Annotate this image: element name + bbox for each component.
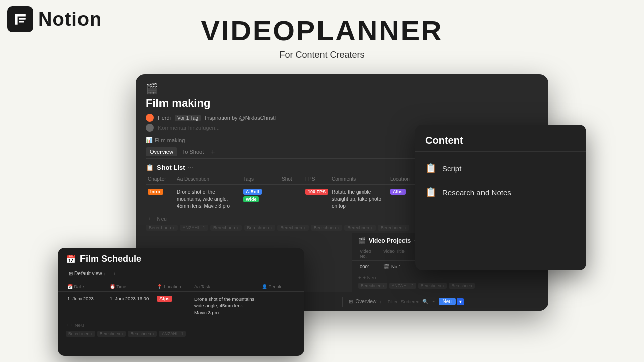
content-item-script[interactable]: 📋 Script [415, 157, 586, 180]
vp-title: Video Projects [369, 237, 411, 244]
schedule-calc-3[interactable]: Berechnen ↓ [128, 331, 157, 337]
username: Ferdi [158, 115, 171, 121]
time-tag: Vor 1 Tag [175, 115, 201, 121]
tab-add-btn[interactable]: + [211, 148, 215, 156]
right-neu-arrow[interactable]: ▼ [457, 298, 464, 305]
svg-rect-1 [19, 18, 26, 20]
calc-berechnen-4[interactable]: Berechnen ↓ [277, 225, 309, 231]
cell-chapter: Intro [146, 188, 174, 195]
schedule-cell-task: Drone shot of the mountains, wide angle,… [193, 295, 258, 317]
vp-title-emoji: 🎬 [383, 264, 389, 269]
badge-aroll: A-Roll [243, 189, 262, 195]
shot-list-ellipsis[interactable]: ··· [188, 164, 193, 171]
notion-icon [7, 6, 33, 32]
vp-calc-1[interactable]: Berechnen ↓ [358, 283, 387, 289]
user-avatar [146, 114, 154, 122]
tab-overview[interactable]: Overview [146, 147, 177, 156]
vp-new-row[interactable]: + + Neu [352, 273, 548, 282]
calc-berechnen-2[interactable]: Berechnen ↓ [210, 225, 242, 231]
dbb-right: ⊞ Overview ↓ Filter Sortieren 🔍 ··· Neu … [343, 298, 549, 305]
content-item-research[interactable]: 📋 Research and Notes [415, 180, 586, 204]
film-icon: 🎬 [146, 82, 538, 95]
tab-to-shoot[interactable]: To Shoot [178, 147, 208, 156]
research-emoji: 📋 [425, 187, 436, 198]
badge-albs: Albs [390, 189, 406, 195]
vp-col-no: Video No. [358, 248, 381, 259]
notion-logo: Notion [7, 6, 102, 32]
schedule-emoji: 📅 [66, 254, 76, 264]
calc-anzahl: ANZAHL: 1 [180, 225, 209, 231]
cell-shot [280, 188, 302, 190]
vp-title-text: No.1 [391, 264, 401, 269]
calc-berechnen-1[interactable]: Berechnen ↓ [146, 225, 178, 231]
col-comments: Comments [330, 175, 387, 183]
cell-location: Albs [388, 188, 414, 195]
schedule-calc-anzahl: ANZAHL: 1 [159, 331, 186, 337]
schedule-header: 📅 Film Schedule [58, 248, 304, 267]
vp-cell-no: 0001 [358, 263, 381, 270]
schedule-cell-time: 1. Juni 2023 16:00 [108, 295, 153, 302]
calc-berechnen-3[interactable]: Berechnen ↓ [244, 225, 276, 231]
col-chapter: Chapter [146, 175, 174, 183]
schedule-tab-default[interactable]: ⊞ Default view ↓ [66, 269, 109, 277]
content-header: Content [415, 125, 586, 152]
schedule-cell-location: Alps [155, 295, 191, 302]
schedule-title: Film Schedule [80, 254, 141, 264]
cell-tags: A-Roll Wide [241, 188, 279, 203]
comment-avatar [146, 124, 154, 132]
main-title: VIDEOPLANNER [201, 14, 443, 47]
schedule-panel: 📅 Film Schedule ⊞ Default view ↓ + 📅 Dat… [58, 248, 304, 356]
overview-arrow: ↓ [379, 299, 382, 304]
sth-location: 📍 Location [155, 283, 191, 290]
right-neu-btn[interactable]: Neu ▼ [439, 298, 464, 305]
right-content-panel: Content 📋 Script 📋 Research and Notes [415, 125, 586, 270]
schedule-data-row: 1. Juni 2023 1. Juni 2023 16:00 Alps Dro… [58, 292, 304, 320]
vp-icon: 🎬 [358, 237, 366, 244]
right-sort[interactable]: Sortieren [401, 299, 420, 304]
vp-calc-row: Berechnen ↓ ANZAHL: 2 Berechnen ↓ Berech… [352, 282, 548, 290]
sth-time: ⏰ Time [108, 283, 153, 290]
schedule-new-row[interactable]: + + Neu [58, 320, 304, 330]
sth-people: 👤 People [260, 283, 290, 290]
col-fps: FPS [303, 175, 329, 183]
comment-row-1: Ferdi Vor 1 Tag Inspiration by @NiklasCh… [146, 114, 538, 122]
schedule-cell-people [260, 295, 290, 297]
vp-calc-2[interactable]: Berechnen ↓ [418, 283, 447, 289]
col-shot: Shot [280, 175, 302, 183]
notion-brand-text: Notion [38, 9, 102, 30]
right-search[interactable]: 🔍 [422, 299, 428, 304]
cell-fps: 100 FPS [303, 188, 329, 195]
badge-fps: 100 FPS [305, 189, 328, 195]
subtitle: For Content Creaters [279, 50, 364, 60]
calc-berechnen-7[interactable]: Berechnen ↓ [378, 225, 410, 231]
script-label: Script [442, 164, 461, 173]
sth-task: Aa Task [193, 283, 258, 290]
overview-label[interactable]: Overview [356, 299, 377, 304]
sth-date: 📅 Date [66, 283, 106, 290]
col-location: Location [388, 175, 414, 183]
svg-rect-2 [19, 21, 24, 23]
schedule-calc-row: Berechnen ↓ Berechnen ↓ Berechnen ↓ ANZA… [58, 330, 304, 338]
schedule-table-header: 📅 Date ⏰ Time 📍 Location Aa Task 👤 Peopl… [58, 282, 304, 292]
cell-comments: Rotate the gimble straight up, take phot… [330, 188, 387, 211]
badge-wide: Wide [243, 196, 259, 202]
right-more[interactable]: ··· [431, 299, 435, 304]
schedule-tabs: ⊞ Default view ↓ + [58, 267, 304, 279]
schedule-calc-1[interactable]: Berechnen ↓ [66, 331, 95, 337]
inspiration-text: Inspiration by @NiklasChristl [205, 115, 276, 121]
col-tags: Tags [241, 175, 279, 183]
right-filter[interactable]: Filter [388, 299, 398, 304]
calc-berechnen-5[interactable]: Berechnen ↓ [311, 225, 343, 231]
calc-berechnen-6[interactable]: Berechnen ↓ [344, 225, 376, 231]
vp-calc-3[interactable]: Berechnen [449, 283, 474, 289]
mockup-area: 🎬 Film making Ferdi Vor 1 Tag Inspiratio… [58, 74, 586, 356]
badge-intro: Intro [148, 189, 163, 195]
script-emoji: 📋 [425, 163, 436, 174]
schedule-calc-2[interactable]: Berechnen ↓ [97, 331, 126, 337]
grid-icon-right: ⊞ [349, 299, 353, 304]
schedule-tab-add[interactable]: + [113, 270, 116, 277]
vp-calc-anzahl: ANZAHL: 2 [389, 283, 416, 289]
comment-placeholder[interactable]: Kommentar hinzufügen... [158, 125, 220, 131]
film-title: Film making [146, 97, 538, 110]
cell-description: Drone shot of the mountains, wide angle,… [175, 188, 240, 211]
